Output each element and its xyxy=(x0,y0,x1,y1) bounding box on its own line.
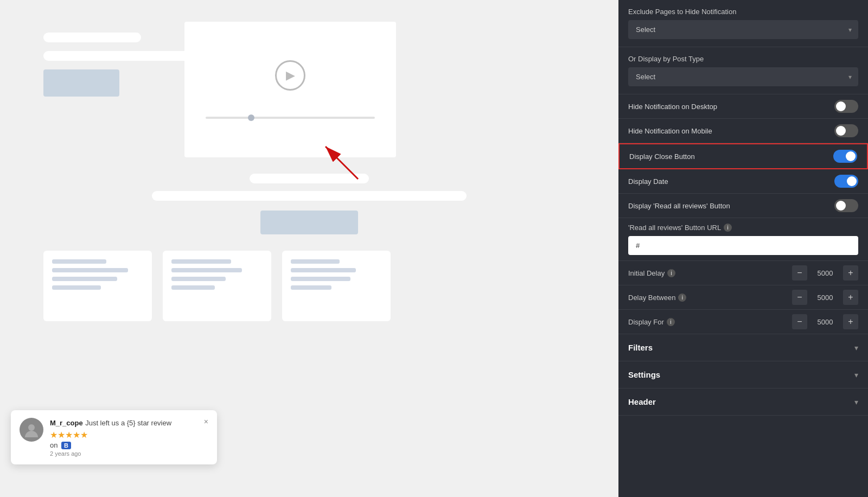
filters-chevron-icon: ▾ xyxy=(854,343,858,352)
post-type-label: Or Display by Post Type xyxy=(628,55,858,63)
notification-content: M_r_cope Just left us a {5} star review … xyxy=(50,418,197,457)
initial-delay-increment-button[interactable]: + xyxy=(843,265,858,281)
display-close-row: Display Close Button xyxy=(618,143,868,169)
display-close-toggle[interactable] xyxy=(833,150,857,163)
initial-delay-section: Initial Delay i − 5000 + xyxy=(618,261,868,285)
post-type-section: Or Display by Post Type Select ▾ xyxy=(618,47,868,94)
hide-desktop-slider xyxy=(834,100,858,113)
display-for-value: 5000 xyxy=(812,318,839,326)
hide-mobile-row: Hide Notification on Mobile xyxy=(618,119,868,143)
play-button-icon: ▶ xyxy=(275,60,305,91)
notification-close-button[interactable]: × xyxy=(204,418,208,425)
initial-delay-stepper: − 5000 + xyxy=(792,265,858,281)
card-1 xyxy=(43,251,152,321)
read-all-url-label: 'Read all reviews' Button URL i xyxy=(628,224,858,232)
card-2-line-3 xyxy=(171,277,226,281)
display-read-all-row: Display 'Read all reviews' Button xyxy=(618,194,868,218)
read-all-url-info-icon: i xyxy=(724,224,732,232)
read-all-url-input[interactable] xyxy=(628,236,858,255)
hide-desktop-label: Hide Notification on Desktop xyxy=(628,103,717,111)
scrubber-dot xyxy=(248,114,254,121)
display-read-all-slider xyxy=(834,199,858,212)
notification-text: Just left us a {5} star review xyxy=(85,419,171,427)
initial-delay-value: 5000 xyxy=(812,269,839,277)
delay-between-value: 5000 xyxy=(812,294,839,302)
exclude-pages-label: Exclude Pages to Hide Notification xyxy=(628,8,858,16)
display-date-label: Display Date xyxy=(628,177,668,186)
settings-chevron-icon: ▾ xyxy=(854,371,858,379)
header-label: Header xyxy=(628,397,656,406)
exclude-pages-select-wrapper[interactable]: Select ▾ xyxy=(628,20,858,39)
hide-mobile-label: Hide Notification on Mobile xyxy=(628,127,712,135)
hide-mobile-toggle[interactable] xyxy=(834,124,858,137)
notification-avatar xyxy=(20,418,43,442)
delay-between-info-icon: i xyxy=(678,294,686,302)
skeleton-bar-2 xyxy=(43,51,195,61)
settings-label: Settings xyxy=(628,370,660,379)
card-3-line-1 xyxy=(291,259,340,264)
main-content: ▶ xyxy=(0,0,618,497)
left-skeleton-col xyxy=(43,22,163,157)
video-placeholder: ▶ xyxy=(184,22,396,157)
hide-mobile-slider xyxy=(834,124,858,137)
card-3-line-2 xyxy=(291,268,356,272)
display-for-increment-button[interactable]: + xyxy=(843,314,858,329)
delay-between-stepper: − 5000 + xyxy=(792,290,858,305)
display-for-info-icon: i xyxy=(667,318,675,326)
delay-between-decrement-button[interactable]: − xyxy=(792,290,807,305)
exclude-pages-select[interactable]: Select xyxy=(628,20,858,39)
skeleton-bar-4 xyxy=(152,191,467,201)
delay-between-label: Delay Between i xyxy=(628,294,686,302)
skeleton-block-1 xyxy=(43,69,119,97)
card-1-line-2 xyxy=(52,268,128,272)
display-date-row: Display Date xyxy=(618,169,868,194)
notification-on-text: on B xyxy=(50,441,197,449)
skeleton-block-2 xyxy=(260,211,358,234)
settings-section[interactable]: Settings ▾ xyxy=(618,361,868,388)
svg-point-0 xyxy=(28,424,35,431)
display-read-all-label: Display 'Read all reviews' Button xyxy=(628,202,730,210)
exclude-pages-section: Exclude Pages to Hide Notification Selec… xyxy=(618,0,868,47)
delay-between-increment-button[interactable]: + xyxy=(843,290,858,305)
display-for-label: Display For i xyxy=(628,318,675,326)
video-scrubber xyxy=(206,117,375,119)
card-3-line-3 xyxy=(291,277,350,281)
display-close-slider xyxy=(833,150,857,163)
initial-delay-decrement-button[interactable]: − xyxy=(792,265,807,281)
post-type-select[interactable]: Select xyxy=(628,67,858,86)
notification-time: 2 years ago xyxy=(50,450,197,457)
card-1-line-3 xyxy=(52,277,117,281)
cards-section xyxy=(0,245,618,327)
post-type-select-wrapper[interactable]: Select ▾ xyxy=(628,67,858,86)
filters-label: Filters xyxy=(628,343,653,352)
skeleton-bar-1 xyxy=(43,33,141,42)
card-2-line-4 xyxy=(171,285,215,290)
display-close-label: Display Close Button xyxy=(629,152,695,161)
notification-badge: B xyxy=(61,442,71,449)
notification-message: M_r_cope Just left us a {5} star review xyxy=(50,418,197,428)
notification-username: M_r_cope xyxy=(50,419,83,427)
card-2-line-1 xyxy=(171,259,231,264)
display-for-decrement-button[interactable]: − xyxy=(792,314,807,329)
settings-sidebar: Exclude Pages to Hide Notification Selec… xyxy=(618,0,868,497)
card-3-line-4 xyxy=(291,285,331,290)
middle-section xyxy=(0,168,618,245)
display-for-stepper: − 5000 + xyxy=(792,314,858,329)
notification-popup: M_r_cope Just left us a {5} star review … xyxy=(11,410,217,464)
delay-between-section: Delay Between i − 5000 + xyxy=(618,285,868,310)
card-2 xyxy=(163,251,271,321)
display-date-toggle[interactable] xyxy=(834,175,858,188)
hide-desktop-toggle[interactable] xyxy=(834,100,858,113)
read-all-url-section: 'Read all reviews' Button URL i xyxy=(618,218,868,261)
display-for-section: Display For i − 5000 + xyxy=(618,310,868,334)
filters-section[interactable]: Filters ▾ xyxy=(618,334,868,361)
display-date-slider xyxy=(834,175,858,188)
initial-delay-label: Initial Delay i xyxy=(628,269,675,277)
card-1-line-4 xyxy=(52,285,101,290)
header-section[interactable]: Header ▾ xyxy=(618,388,868,416)
display-read-all-toggle[interactable] xyxy=(834,199,858,212)
initial-delay-info-icon: i xyxy=(667,269,675,277)
header-chevron-icon: ▾ xyxy=(854,398,858,406)
notification-stars: ★★★★★ xyxy=(50,430,197,440)
hide-desktop-row: Hide Notification on Desktop xyxy=(618,94,868,119)
